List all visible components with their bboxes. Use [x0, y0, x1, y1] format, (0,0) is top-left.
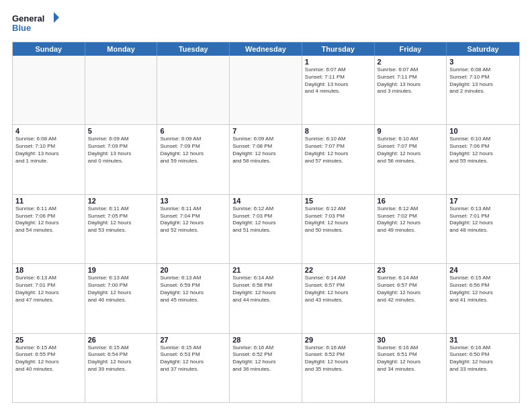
day-number: 26 — [88, 336, 154, 344]
cell-info: Sunrise: 6:12 AM Sunset: 7:03 PM Dayligh… — [232, 205, 299, 234]
calendar-body: 1Sunrise: 6:07 AM Sunset: 7:11 PM Daylig… — [13, 56, 519, 402]
calendar-cell: 2Sunrise: 6:07 AM Sunset: 7:11 PM Daylig… — [375, 56, 447, 124]
calendar-cell: 20Sunrise: 6:13 AM Sunset: 6:59 PM Dayli… — [157, 264, 230, 332]
cell-info: Sunrise: 6:13 AM Sunset: 7:00 PM Dayligh… — [88, 275, 154, 304]
calendar-cell: 23Sunrise: 6:14 AM Sunset: 6:57 PM Dayli… — [375, 264, 447, 332]
calendar-cell: 5Sunrise: 6:09 AM Sunset: 7:09 PM Daylig… — [85, 125, 158, 193]
day-number: 9 — [378, 127, 444, 135]
calendar-header: SundayMondayTuesdayWednesdayThursdayFrid… — [13, 42, 519, 56]
day-number: 13 — [160, 197, 226, 205]
calendar-row: 1Sunrise: 6:07 AM Sunset: 7:11 PM Daylig… — [13, 56, 519, 124]
day-number: 16 — [378, 197, 444, 205]
day-number: 17 — [449, 197, 517, 205]
cell-info: Sunrise: 6:11 AM Sunset: 7:06 PM Dayligh… — [15, 205, 82, 234]
calendar-cell: 4Sunrise: 6:08 AM Sunset: 7:10 PM Daylig… — [13, 125, 85, 193]
cell-info: Sunrise: 6:15 AM Sunset: 6:55 PM Dayligh… — [15, 345, 82, 373]
day-number: 14 — [232, 197, 299, 205]
cell-info: Sunrise: 6:15 AM Sunset: 6:56 PM Dayligh… — [449, 275, 517, 304]
day-number: 10 — [449, 127, 517, 135]
calendar-cell: 24Sunrise: 6:15 AM Sunset: 6:56 PM Dayli… — [447, 264, 519, 332]
cell-info: Sunrise: 6:10 AM Sunset: 7:07 PM Dayligh… — [378, 136, 444, 165]
cell-info: Sunrise: 6:13 AM Sunset: 6:59 PM Dayligh… — [160, 275, 226, 304]
header: General Blue — [12, 11, 520, 35]
logo: General Blue — [12, 11, 59, 35]
cell-info: Sunrise: 6:14 AM Sunset: 6:58 PM Dayligh… — [232, 275, 299, 304]
page: General Blue SundayMondayTuesdayWednesda… — [0, 0, 532, 411]
cell-info: Sunrise: 6:12 AM Sunset: 7:03 PM Dayligh… — [305, 205, 371, 234]
calendar-cell: 6Sunrise: 6:09 AM Sunset: 7:09 PM Daylig… — [157, 125, 230, 193]
day-number: 12 — [88, 197, 154, 205]
calendar-cell — [13, 56, 85, 124]
cell-info: Sunrise: 6:13 AM Sunset: 7:01 PM Dayligh… — [449, 205, 517, 234]
day-number: 5 — [88, 127, 154, 135]
cell-info: Sunrise: 6:10 AM Sunset: 7:07 PM Dayligh… — [305, 136, 371, 165]
calendar-row: 4Sunrise: 6:08 AM Sunset: 7:10 PM Daylig… — [13, 124, 519, 193]
calendar-cell: 11Sunrise: 6:11 AM Sunset: 7:06 PM Dayli… — [13, 195, 85, 263]
calendar-cell: 30Sunrise: 6:16 AM Sunset: 6:51 PM Dayli… — [375, 334, 447, 402]
cell-info: Sunrise: 6:08 AM Sunset: 7:10 PM Dayligh… — [15, 136, 82, 165]
calendar-cell: 15Sunrise: 6:12 AM Sunset: 7:03 PM Dayli… — [302, 195, 375, 263]
calendar-cell: 31Sunrise: 6:16 AM Sunset: 6:50 PM Dayli… — [447, 334, 519, 402]
calendar-cell: 22Sunrise: 6:14 AM Sunset: 6:57 PM Dayli… — [302, 264, 375, 332]
calendar-cell: 9Sunrise: 6:10 AM Sunset: 7:07 PM Daylig… — [375, 125, 447, 193]
calendar-cell: 27Sunrise: 6:15 AM Sunset: 6:53 PM Dayli… — [157, 334, 230, 402]
day-number: 15 — [305, 197, 371, 205]
weekday-header: Friday — [375, 42, 447, 56]
day-number: 25 — [15, 336, 82, 344]
day-number: 21 — [232, 266, 299, 274]
day-number: 22 — [305, 266, 371, 274]
day-number: 19 — [88, 266, 154, 274]
calendar-cell: 25Sunrise: 6:15 AM Sunset: 6:55 PM Dayli… — [13, 334, 85, 402]
day-number: 1 — [305, 58, 371, 66]
logo-svg: General Blue — [12, 11, 59, 35]
calendar-cell: 19Sunrise: 6:13 AM Sunset: 7:00 PM Dayli… — [85, 264, 158, 332]
calendar-row: 11Sunrise: 6:11 AM Sunset: 7:06 PM Dayli… — [13, 194, 519, 263]
cell-info: Sunrise: 6:10 AM Sunset: 7:06 PM Dayligh… — [449, 136, 517, 165]
weekday-header: Wednesday — [230, 42, 302, 56]
calendar-cell: 21Sunrise: 6:14 AM Sunset: 6:58 PM Dayli… — [230, 264, 302, 332]
calendar-cell: 10Sunrise: 6:10 AM Sunset: 7:06 PM Dayli… — [447, 125, 519, 193]
calendar: SundayMondayTuesdayWednesdayThursdayFrid… — [12, 42, 520, 403]
cell-info: Sunrise: 6:13 AM Sunset: 7:01 PM Dayligh… — [15, 275, 82, 304]
day-number: 8 — [305, 127, 371, 135]
cell-info: Sunrise: 6:08 AM Sunset: 7:10 PM Dayligh… — [449, 66, 517, 95]
cell-info: Sunrise: 6:12 AM Sunset: 7:02 PM Dayligh… — [378, 205, 444, 234]
svg-marker-2 — [54, 12, 59, 23]
calendar-cell — [85, 56, 158, 124]
cell-info: Sunrise: 6:07 AM Sunset: 7:11 PM Dayligh… — [305, 66, 371, 95]
calendar-cell: 3Sunrise: 6:08 AM Sunset: 7:10 PM Daylig… — [447, 56, 519, 124]
cell-info: Sunrise: 6:11 AM Sunset: 7:05 PM Dayligh… — [88, 205, 154, 234]
cell-info: Sunrise: 6:14 AM Sunset: 6:57 PM Dayligh… — [305, 275, 371, 304]
day-number: 28 — [232, 336, 299, 344]
day-number: 23 — [378, 266, 444, 274]
calendar-cell: 8Sunrise: 6:10 AM Sunset: 7:07 PM Daylig… — [302, 125, 375, 193]
day-number: 7 — [232, 127, 299, 135]
calendar-cell: 16Sunrise: 6:12 AM Sunset: 7:02 PM Dayli… — [375, 195, 447, 263]
cell-info: Sunrise: 6:15 AM Sunset: 6:53 PM Dayligh… — [160, 345, 226, 373]
cell-info: Sunrise: 6:15 AM Sunset: 6:54 PM Dayligh… — [88, 345, 154, 373]
weekday-header: Saturday — [447, 42, 519, 56]
day-number: 4 — [15, 127, 82, 135]
calendar-cell: 7Sunrise: 6:09 AM Sunset: 7:08 PM Daylig… — [230, 125, 302, 193]
day-number: 30 — [378, 336, 444, 344]
day-number: 6 — [160, 127, 226, 135]
calendar-cell: 26Sunrise: 6:15 AM Sunset: 6:54 PM Dayli… — [85, 334, 158, 402]
calendar-cell: 1Sunrise: 6:07 AM Sunset: 7:11 PM Daylig… — [302, 56, 375, 124]
cell-info: Sunrise: 6:09 AM Sunset: 7:09 PM Dayligh… — [88, 136, 154, 165]
weekday-header: Thursday — [302, 42, 375, 56]
cell-info: Sunrise: 6:16 AM Sunset: 6:50 PM Dayligh… — [449, 345, 517, 373]
calendar-cell: 12Sunrise: 6:11 AM Sunset: 7:05 PM Dayli… — [85, 195, 158, 263]
cell-info: Sunrise: 6:07 AM Sunset: 7:11 PM Dayligh… — [378, 66, 444, 95]
day-number: 24 — [449, 266, 517, 274]
calendar-cell: 13Sunrise: 6:11 AM Sunset: 7:04 PM Dayli… — [157, 195, 230, 263]
calendar-cell: 17Sunrise: 6:13 AM Sunset: 7:01 PM Dayli… — [447, 195, 519, 263]
svg-text:Blue: Blue — [12, 23, 31, 33]
calendar-cell: 14Sunrise: 6:12 AM Sunset: 7:03 PM Dayli… — [230, 195, 302, 263]
weekday-header: Tuesday — [157, 42, 230, 56]
calendar-cell — [157, 56, 230, 124]
day-number: 31 — [449, 336, 517, 344]
cell-info: Sunrise: 6:14 AM Sunset: 6:57 PM Dayligh… — [378, 275, 444, 304]
day-number: 3 — [449, 58, 517, 66]
cell-info: Sunrise: 6:09 AM Sunset: 7:08 PM Dayligh… — [232, 136, 299, 165]
cell-info: Sunrise: 6:16 AM Sunset: 6:52 PM Dayligh… — [232, 345, 299, 373]
